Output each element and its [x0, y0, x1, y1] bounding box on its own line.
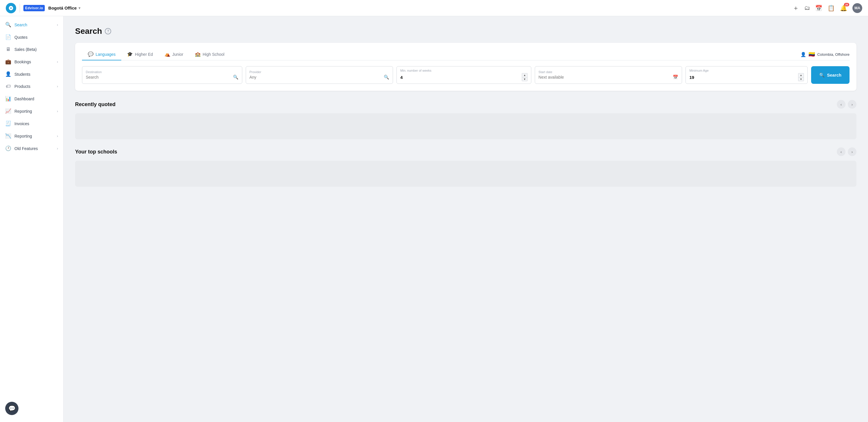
reporting-icon: 📈 [5, 108, 11, 114]
highered-tab-icon: 🎓 [127, 52, 133, 57]
chevron-right-icon: › [57, 60, 58, 64]
bookings-icon: 💼 [5, 59, 11, 65]
minage-value: 19 [689, 75, 694, 80]
sidebar-item-dashboard[interactable]: 📊 Dashboard [0, 92, 63, 105]
dashboard-icon: 📊 [5, 96, 11, 102]
help-icon[interactable]: ? [105, 28, 111, 34]
minage-decrement[interactable]: ▼ [798, 77, 804, 81]
recently-quoted-next[interactable]: › [848, 100, 857, 109]
sidebar-item-search[interactable]: 🔍 Search › [0, 19, 63, 31]
weeks-label: Min. number of weeks [400, 69, 528, 72]
sidebar-item-label: Invoices [14, 121, 58, 126]
top-navigation: Edvisor.io Bogotá Office ▾ ＋ 🗂 📅 📋 🔔 26 … [0, 0, 868, 16]
sidebar-item-label: Reporting [14, 109, 54, 114]
location-label: Colombia, Offshore [817, 52, 849, 57]
sidebar-item-products[interactable]: 🏷 Products › [0, 80, 63, 92]
sidebar-item-oldfeatures[interactable]: 🕐 Old Features › [0, 142, 63, 154]
startdate-filter: Start date 📅 [535, 66, 682, 84]
location-selector[interactable]: 👤 🇨🇴 Colombia, Offshore [800, 51, 849, 58]
office-chevron-icon: ▾ [79, 6, 80, 10]
provider-filter: Provider 🔍 [246, 66, 393, 84]
destination-filter: Destination 🔍 [82, 66, 242, 84]
chevron-right-icon: › [57, 146, 58, 150]
search-card: 💬 Languages 🎓 Higher Ed ⛺ Junior 🏫 High … [75, 43, 857, 91]
weeks-increment[interactable]: ▲ [522, 73, 528, 77]
tab-highered[interactable]: 🎓 Higher Ed [121, 49, 158, 60]
search-icon: 🔍 [5, 22, 11, 28]
person-icon: 👤 [800, 52, 806, 57]
recently-quoted-title: Recently quoted [75, 102, 837, 108]
recently-quoted-content [75, 113, 857, 139]
nav-actions: ＋ 🗂 📅 📋 🔔 26 MA [793, 3, 862, 13]
top-schools-arrows: ‹ › [837, 147, 857, 156]
highschool-tab-icon: 🏫 [195, 52, 201, 57]
search-button-icon: 🔍 [819, 73, 825, 78]
colombia-flag-icon: 🇨🇴 [808, 51, 815, 58]
sidebar-item-bookings[interactable]: 💼 Bookings › [0, 56, 63, 68]
destination-label: Destination [86, 70, 239, 74]
products-icon: 🏷 [5, 84, 11, 89]
provider-search-icon: 🔍 [384, 75, 389, 80]
top-schools-prev[interactable]: ‹ [837, 147, 845, 156]
sidebar-item-invoices[interactable]: 🧾 Invoices [0, 117, 63, 130]
junior-tab-icon: ⛺ [164, 52, 170, 57]
sales-icon: 🖥 [5, 47, 11, 52]
user-avatar[interactable]: MA [852, 3, 862, 13]
recently-quoted-header: Recently quoted ‹ › [75, 100, 857, 109]
app-logo[interactable] [6, 3, 16, 13]
tab-junior[interactable]: ⛺ Junior [159, 49, 189, 60]
weeks-decrement[interactable]: ▼ [522, 77, 528, 81]
top-schools-next[interactable]: › [848, 147, 857, 156]
sidebar-item-reporting1[interactable]: 📈 Reporting › [0, 105, 63, 117]
sidebar-item-students[interactable]: 👤 Students [0, 68, 63, 80]
main-content: Search ? 💬 Languages 🎓 Higher Ed ⛺ Junio… [64, 16, 868, 422]
nav-divider [20, 4, 20, 12]
brand-logo[interactable]: Edvisor.io [23, 5, 45, 11]
page-title-row: Search ? [75, 27, 857, 36]
tab-languages[interactable]: 💬 Languages [82, 49, 121, 60]
tab-junior-label: Junior [173, 52, 183, 57]
students-icon: 👤 [5, 71, 11, 77]
office-name: Bogotá Office [48, 5, 76, 10]
chat-button[interactable]: 💬 [5, 402, 19, 415]
search-button[interactable]: 🔍 Search [811, 66, 849, 84]
tab-highered-label: Higher Ed [135, 52, 153, 57]
calendar-icon[interactable]: 📅 [815, 5, 823, 11]
startdate-input[interactable] [538, 75, 671, 80]
tab-languages-label: Languages [96, 52, 116, 57]
tasks-icon[interactable]: 📋 [828, 5, 835, 11]
minage-filter: Minimum Age 19 ▲ ▼ [685, 66, 808, 84]
invoices-icon: 🧾 [5, 120, 11, 126]
tab-highschool-label: High School [203, 52, 225, 57]
top-schools-content [75, 161, 857, 187]
inbox-icon[interactable]: 🗂 [804, 5, 810, 11]
top-schools-title: Your top schools [75, 149, 837, 155]
add-button[interactable]: ＋ [793, 4, 799, 12]
chevron-right-icon: › [57, 84, 58, 88]
minage-label: Minimum Age [689, 69, 804, 72]
calendar-filter-icon: 📅 [673, 75, 678, 80]
sidebar-item-sales[interactable]: 🖥 Sales (Beta) [0, 44, 63, 56]
minage-increment[interactable]: ▲ [798, 73, 804, 77]
notifications-icon[interactable]: 🔔 26 [840, 5, 847, 11]
chevron-right-icon: › [57, 23, 58, 27]
search-tabs: 💬 Languages 🎓 Higher Ed ⛺ Junior 🏫 High … [82, 49, 849, 60]
notification-badge: 26 [844, 3, 849, 6]
sidebar-item-quotes[interactable]: 📄 Quotes [0, 31, 63, 44]
oldfeatures-icon: 🕐 [5, 145, 11, 151]
recently-quoted-prev[interactable]: ‹ [837, 100, 845, 109]
chevron-right-icon: › [57, 134, 58, 138]
page-title: Search [75, 27, 102, 36]
reporting2-icon: 📉 [5, 133, 11, 139]
sidebar-item-label: Search [14, 23, 54, 27]
sidebar-item-label: Reporting [14, 134, 54, 138]
sidebar-item-label: Students [14, 72, 58, 77]
sidebar-item-label: Dashboard [14, 96, 58, 101]
top-schools-header: Your top schools ‹ › [75, 147, 857, 156]
destination-input[interactable] [86, 75, 231, 80]
weeks-filter: Min. number of weeks 4 ▲ ▼ [397, 66, 531, 84]
provider-input[interactable] [249, 75, 382, 80]
sidebar-item-reporting2[interactable]: 📉 Reporting › [0, 130, 63, 142]
tab-highschool[interactable]: 🏫 High School [189, 49, 230, 60]
office-selector[interactable]: Bogotá Office ▾ [48, 5, 80, 10]
